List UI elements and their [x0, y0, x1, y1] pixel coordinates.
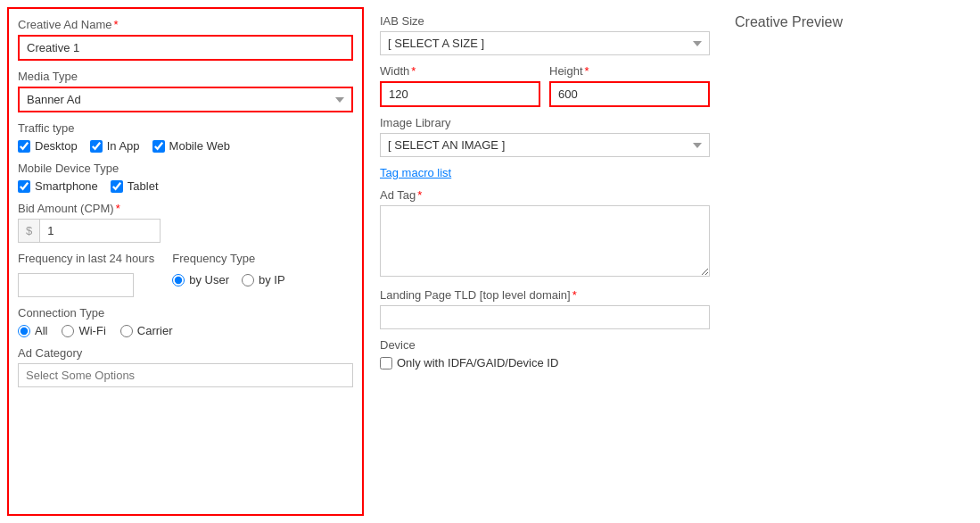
traffic-type-checkboxes: Desktop In App Mobile Web: [18, 139, 353, 153]
smartphone-checkbox[interactable]: [18, 180, 30, 193]
freq-by-ip-item[interactable]: by IP: [242, 273, 285, 286]
freq-type-label: Frequency Type: [172, 252, 284, 265]
iab-size-field: IAB Size [ SELECT A SIZE ] 300x250 728x9…: [380, 14, 710, 55]
creative-preview-title: Creative Preview: [735, 14, 964, 30]
tablet-checkbox[interactable]: [111, 180, 123, 193]
media-type-select[interactable]: Banner Ad Video Ad Native Ad: [18, 87, 353, 112]
traffic-desktop-item[interactable]: Desktop: [18, 139, 78, 153]
landing-page-label: Landing Page TLD [top level domain]*: [380, 288, 710, 302]
traffic-type-section: Traffic type Desktop In App Mobile Web: [18, 121, 353, 153]
conn-carrier-item[interactable]: Carrier: [120, 324, 173, 337]
creative-ad-name-field: Creative Ad Name*: [18, 18, 353, 61]
media-type-field: Media Type Banner Ad Video Ad Native Ad: [18, 70, 353, 112]
frequency-type-col: Frequency Type by User by IP: [172, 252, 284, 286]
tablet-label: Tablet: [128, 179, 159, 193]
device-idfa-label: Only with IDFA/GAID/Device ID: [397, 356, 558, 369]
freq-by-ip-label: by IP: [259, 273, 285, 286]
bid-prefix-icon: $: [19, 220, 40, 242]
ad-tag-label: Ad Tag*: [380, 188, 710, 202]
conn-all-item[interactable]: All: [18, 324, 47, 337]
traffic-desktop-label: Desktop: [35, 139, 78, 153]
freq-last24-label: Frequency in last 24 hours: [18, 252, 154, 265]
freq-by-user-label: by User: [189, 273, 229, 286]
width-field: Width*: [380, 64, 540, 107]
frequency-last24-col: Frequency in last 24 hours: [18, 252, 154, 297]
tag-macro-link[interactable]: Tag macro list: [380, 166, 451, 179]
mobile-device-label: Mobile Device Type: [18, 162, 353, 175]
ad-tag-textarea[interactable]: [380, 205, 710, 277]
height-field: Height*: [549, 64, 710, 107]
mobile-device-section: Mobile Device Type Smartphone Tablet: [18, 162, 353, 193]
media-type-label: Media Type: [18, 70, 353, 83]
conn-wifi-item[interactable]: Wi-Fi: [62, 324, 105, 337]
tablet-item[interactable]: Tablet: [111, 179, 159, 193]
freq-by-ip-radio[interactable]: [242, 274, 254, 286]
height-input[interactable]: [549, 81, 710, 107]
bid-amount-field: Bid Amount (CPM)* $: [18, 202, 353, 243]
connection-type-radios: All Wi-Fi Carrier: [18, 324, 353, 337]
creative-ad-name-input[interactable]: [18, 35, 353, 61]
middle-panel: IAB Size [ SELECT A SIZE ] 300x250 728x9…: [371, 7, 719, 516]
creative-ad-name-label: Creative Ad Name*: [18, 18, 353, 31]
conn-all-radio[interactable]: [18, 325, 30, 337]
device-idfa-item[interactable]: Only with IDFA/GAID/Device ID: [380, 356, 710, 369]
conn-all-label: All: [35, 324, 47, 337]
image-library-select[interactable]: [ SELECT AN IMAGE ]: [380, 133, 710, 157]
ad-tag-field: Ad Tag*: [380, 188, 710, 279]
conn-carrier-label: Carrier: [137, 324, 173, 337]
ad-category-field: Ad Category: [18, 346, 353, 387]
width-label: Width*: [380, 64, 540, 78]
device-section: Device Only with IDFA/GAID/Device ID: [380, 338, 710, 369]
bid-amount-wrapper: $: [18, 219, 161, 243]
image-library-label: Image Library: [380, 116, 710, 129]
image-library-field: Image Library [ SELECT AN IMAGE ]: [380, 116, 710, 157]
freq-by-user-radio[interactable]: [172, 274, 185, 286]
conn-wifi-radio[interactable]: [62, 325, 74, 337]
freq-last24-input[interactable]: [18, 273, 134, 297]
traffic-mobileweb-label: Mobile Web: [169, 139, 230, 153]
traffic-inapp-label: In App: [107, 139, 140, 153]
conn-wifi-label: Wi-Fi: [78, 324, 105, 337]
connection-type-label: Connection Type: [18, 306, 353, 320]
smartphone-item[interactable]: Smartphone: [18, 179, 98, 193]
dimensions-row: Width* Height*: [380, 64, 710, 107]
freq-type-radios: by User by IP: [172, 273, 284, 286]
landing-page-input[interactable]: [380, 305, 710, 329]
device-label: Device: [380, 338, 710, 352]
ad-category-input[interactable]: [18, 363, 353, 387]
right-panel: Creative Preview: [726, 7, 973, 516]
ad-category-label: Ad Category: [18, 346, 353, 360]
connection-type-section: Connection Type All Wi-Fi Carrier: [18, 306, 353, 337]
width-input[interactable]: [380, 81, 540, 107]
frequency-section: Frequency in last 24 hours Frequency Typ…: [18, 252, 353, 297]
bid-amount-label: Bid Amount (CPM)*: [18, 202, 353, 215]
device-idfa-checkbox[interactable]: [380, 357, 392, 369]
freq-by-user-item[interactable]: by User: [172, 273, 229, 286]
traffic-mobileweb-checkbox[interactable]: [152, 140, 165, 153]
conn-carrier-radio[interactable]: [120, 325, 133, 337]
traffic-type-label: Traffic type: [18, 121, 353, 135]
tag-macro-section: Tag macro list: [380, 166, 710, 179]
iab-size-select[interactable]: [ SELECT A SIZE ] 300x250 728x90 160x600: [380, 31, 710, 55]
smartphone-label: Smartphone: [35, 179, 98, 193]
traffic-inapp-item[interactable]: In App: [90, 139, 140, 153]
traffic-inapp-checkbox[interactable]: [90, 140, 103, 153]
left-panel: Creative Ad Name* Media Type Banner Ad V…: [7, 7, 364, 516]
bid-amount-input[interactable]: [40, 220, 160, 242]
height-label: Height*: [549, 64, 710, 78]
mobile-device-checkboxes: Smartphone Tablet: [18, 179, 353, 193]
iab-size-label: IAB Size: [380, 14, 710, 28]
traffic-mobileweb-item[interactable]: Mobile Web: [152, 139, 230, 153]
traffic-desktop-checkbox[interactable]: [18, 140, 30, 153]
landing-page-field: Landing Page TLD [top level domain]*: [380, 288, 710, 329]
